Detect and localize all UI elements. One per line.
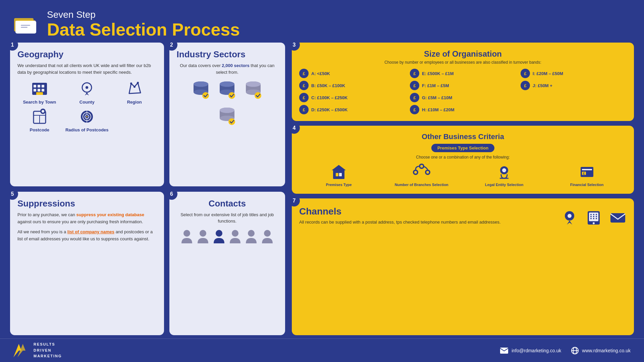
svg-rect-13 [36,92,43,95]
step4-criteria-icons: Premises Type Number of Branches Sele [299,164,627,187]
svg-point-85 [593,218,594,219]
criteria-financial: £ Financial Selection [547,164,627,187]
svg-point-78 [590,214,592,215]
step4-badge-label: Premises Type Selection [431,144,494,152]
geo-label-county: County [79,100,95,105]
footer-email-address: info@rdmarketing.co.uk [512,348,561,353]
svg-rect-5 [21,27,28,28]
phone-icon [585,209,602,227]
svg-point-49 [228,118,235,125]
step6-card: 6 Contacts Select from our extensive lis… [169,192,285,336]
svg-point-52 [216,230,222,237]
size-item-empty2 [521,105,627,114]
criteria-financial-label: Financial Selection [570,182,604,187]
geo-label-radius: Radius of Postcodes [65,127,109,132]
step4-title: Other Business Criteria [299,132,627,141]
bottom-row: 5 Suppressions Prior to any purchase, we… [10,192,285,336]
svg-rect-12 [42,89,44,92]
geo-item-county: County [65,80,109,105]
footer-email-icon [500,348,508,354]
header-text: Seven Step Data Selection Process [47,9,240,39]
step7-title: Channels [299,206,501,217]
size-item-b: £ B: £50K – £100K [299,81,405,90]
svg-point-23 [42,110,44,113]
svg-point-38 [220,81,234,87]
size-item-h: £ H: £10M – £20M [410,105,516,114]
svg-point-64 [420,165,423,168]
footer-website-url: www.rdmarketing.co.uk [582,348,631,353]
step3-title: Size of Organisation [299,49,627,59]
footer-email: info@rdmarketing.co.uk [500,348,561,354]
svg-point-43 [246,81,261,87]
svg-marker-57 [332,165,346,170]
criteria-branches: Number of Branches Selection [382,164,462,187]
svg-point-53 [232,230,238,237]
step7-desc: All records can be supplied with a posta… [299,219,501,226]
step3-subtitle: Choose by number or employees or all bus… [299,60,627,65]
svg-point-16 [133,86,136,88]
geo-item-radius: Radius of Postcodes [65,108,109,132]
geo-label-town: Search by Town [23,100,56,105]
step4-subtitle: Choose one or a combination of any of th… [299,155,627,160]
step1-geo-icons: Search by Town County [17,80,157,132]
svg-rect-87 [610,213,625,223]
step5-card: 5 Suppressions Prior to any purchase, we… [10,192,164,336]
step7-channel-icons [561,209,627,227]
footer-logo-text: RESULTS DRIVEN MARKETING [34,342,62,359]
svg-point-65 [426,171,429,174]
criteria-premises: Premises Type [299,164,379,187]
left-column: 1 Geography We understand that not all c… [10,43,285,335]
step7-card: 7 Channels All records can be supplied w… [292,198,634,335]
step2-desc: Our data covers over 2,000 sectors that … [177,62,278,75]
pound-icon-g: £ [410,93,419,102]
svg-point-50 [183,230,190,237]
svg-point-18 [137,82,139,84]
header: Seven Step Data Selection Process [0,0,644,43]
svg-point-51 [200,230,206,237]
geo-label-postcode: Postcode [30,127,49,132]
pound-icon-i: £ [521,69,530,78]
svg-text:£: £ [583,172,585,175]
main-content: 1 Geography We understand that not all c… [0,43,644,339]
svg-point-74 [568,214,572,218]
pound-icon-d: £ [299,105,309,114]
svg-rect-59 [339,173,342,176]
criteria-branches-label: Number of Branches Selection [395,182,448,187]
svg-rect-4 [21,25,30,26]
svg-rect-10 [34,89,36,92]
step1-title: Geography [17,49,157,60]
svg-rect-58 [336,173,338,176]
step6-contact-icons [177,229,278,245]
size-item-e: £ E: £500K – £1M [410,69,516,78]
size-item-f: £ F: £1M – £5M [410,81,516,90]
svg-point-81 [590,216,592,217]
size-item-g: £ G: £5M – £10M [410,93,516,102]
email-icon [609,209,627,227]
step6-badge: 6 [166,188,177,200]
svg-point-44 [255,92,261,99]
svg-point-39 [228,92,235,99]
step6-title: Contacts [177,198,278,209]
top-row: 1 Geography We understand that not all c… [10,43,285,186]
svg-rect-8 [38,85,40,87]
step3-badge: 3 [288,39,300,51]
pound-icon-a: £ [299,69,309,78]
svg-point-80 [596,214,597,215]
location-icon [561,209,578,227]
step4-card: 4 Other Business Criteria Premises Type … [292,126,634,194]
footer-logo: RESULTS DRIVEN MARKETING [13,342,62,359]
size-item-d: £ D: £250K – £500K [299,105,405,114]
svg-point-84 [590,218,592,219]
geo-item-town: Search by Town [17,80,62,105]
step7-badge: 7 [288,195,300,206]
step4-badge: 4 [288,122,300,134]
step3-size-grid: £ A: <£50K £ E: £500K – £1M £ I: £20M – … [299,69,627,114]
footer-right: info@rdmarketing.co.uk www.rdmarketing.c… [500,347,631,354]
svg-rect-9 [42,85,44,87]
step1-card: 1 Geography We understand that not all c… [10,43,164,186]
svg-point-67 [502,168,506,172]
size-item-empty1 [521,93,627,102]
svg-point-82 [593,216,594,217]
right-column: 3 Size of Organisation Choose by number … [292,43,634,335]
folder-icon [13,13,40,36]
